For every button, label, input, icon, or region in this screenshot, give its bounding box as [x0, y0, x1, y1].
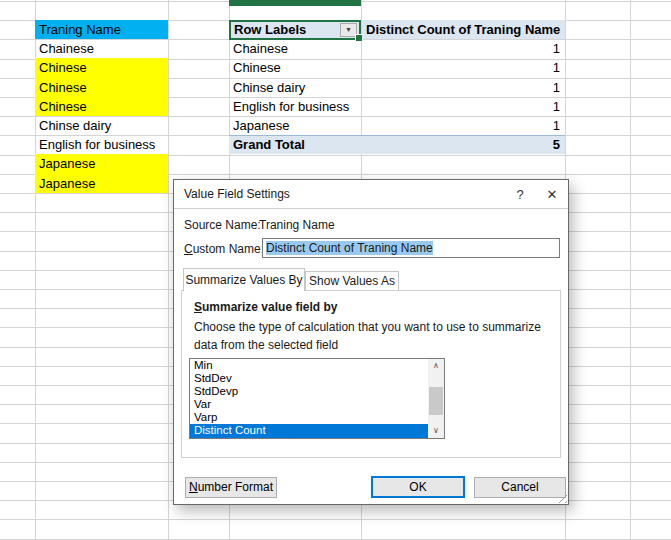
cell-source-row[interactable]: Chinese: [35, 97, 168, 116]
list-item[interactable]: Min: [190, 359, 428, 372]
dialog-title: Value Field Settings: [184, 187, 504, 201]
help-button[interactable]: ?: [504, 181, 536, 208]
grand-total-label: Grand Total: [233, 136, 305, 154]
list-item[interactable]: StdDev: [190, 372, 428, 385]
tab-summarize-values-by[interactable]: Summarize Values By: [183, 268, 305, 291]
selection-outline-remnant: [229, 0, 361, 6]
pivot-grand-total-row[interactable]: Grand Total 5: [229, 135, 565, 154]
cell-pivot-row-label[interactable]: English for business: [229, 97, 361, 116]
scroll-down-icon[interactable]: ∨: [428, 424, 444, 438]
custom-name-label: Custom Name:: [184, 242, 264, 256]
cell-pivot-row-label[interactable]: Chainese: [229, 39, 361, 58]
close-icon: ✕: [547, 187, 558, 202]
value-field-settings-dialog: Value Field Settings ? ✕ Source Name: Tr…: [173, 179, 569, 505]
tab-show-values-as[interactable]: Show Values As: [305, 271, 399, 291]
scroll-up-icon[interactable]: ∧: [428, 359, 444, 373]
dialog-titlebar[interactable]: Value Field Settings ? ✕: [174, 180, 568, 209]
cell-source-row[interactable]: English for business: [35, 135, 168, 154]
description-line-2: data from the selected field: [194, 338, 338, 352]
column-gridline: [168, 0, 169, 540]
calculation-type-listbox[interactable]: Min StdDev StdDevp Var Varp Distinct Cou…: [189, 358, 445, 439]
cell-source-row[interactable]: Chinese: [35, 58, 168, 77]
cell-pivot-value[interactable]: 1: [361, 58, 565, 77]
scrollbar-thumb[interactable]: [429, 387, 443, 415]
cell-source-row[interactable]: Chinese: [35, 78, 168, 97]
cell-source-row[interactable]: Japanese: [35, 154, 168, 173]
source-name-label: Source Name:: [184, 218, 261, 232]
column-gridline: [630, 0, 631, 540]
listbox-scrollbar[interactable]: ∧ ∨: [428, 359, 444, 438]
cell-source-header[interactable]: Traning Name: [35, 20, 168, 39]
list-item-selected[interactable]: Distinct Count: [190, 424, 428, 437]
cell-pivot-value-header[interactable]: Distinct Count of Traning Name: [362, 20, 565, 39]
cell-pivot-value[interactable]: 1: [361, 116, 565, 135]
number-format-button[interactable]: Number Format: [185, 477, 277, 498]
description-line-1: Choose the type of calculation that you …: [194, 320, 541, 334]
cell-source-row[interactable]: Chinse dairy: [35, 116, 168, 135]
list-item[interactable]: StdDevp: [190, 385, 428, 398]
cell-source-row[interactable]: Chainese: [35, 39, 168, 58]
summarize-field-heading: Summarize value field by: [194, 300, 337, 314]
list-item[interactable]: Var: [190, 398, 428, 411]
cell-pivot-row-label[interactable]: Chinese: [229, 58, 361, 77]
custom-name-selected-text: Distinct Count of Traning Name: [266, 241, 433, 255]
cell-pivot-row-label[interactable]: Chinse dairy: [229, 78, 361, 97]
cancel-button[interactable]: Cancel: [474, 477, 566, 498]
close-button[interactable]: ✕: [536, 181, 568, 208]
cell-source-row[interactable]: Japanese: [35, 174, 168, 193]
cell-pivot-value[interactable]: 1: [361, 78, 565, 97]
cell-pivot-row-label[interactable]: Japanese: [229, 116, 361, 135]
cell-pivot-value[interactable]: 1: [361, 39, 565, 58]
help-icon: ?: [516, 187, 523, 202]
cell-pivot-row-labels[interactable]: Row Labels ▼: [229, 20, 361, 40]
list-item[interactable]: Varp: [190, 411, 428, 424]
filter-dropdown-icon: ▼: [345, 26, 352, 33]
source-name-value: Traning Name: [259, 218, 335, 232]
custom-name-input[interactable]: Distinct Count of Traning Name: [262, 238, 560, 258]
cell-pivot-value[interactable]: 1: [361, 97, 565, 116]
ok-button[interactable]: OK: [371, 476, 465, 498]
grand-total-value: 5: [553, 136, 560, 154]
row-labels-text: Row Labels: [234, 22, 306, 37]
